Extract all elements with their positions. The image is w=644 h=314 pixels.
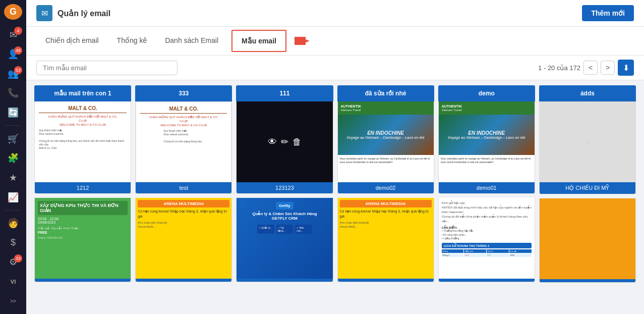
col3-header: 111 [236,85,333,101]
tab-template[interactable]: Mẫu email [231,30,286,52]
template-preview-white-doc: Kính gửi Đội ngũ,ANTIDX đã đưa lòng trìn… [439,198,535,279]
tab-campaign[interactable]: Chiến dịch email [36,30,108,51]
sidebar-item-email[interactable]: ✉ 4 [3,26,23,43]
template-preview-yellow-plain [540,198,635,279]
template-preview-kpi: XÂY DỰNG KPIs THỰC THI VÀ ĐƠN GIẢN 20:00… [35,198,131,279]
sidebar-divider-2 [6,210,21,211]
template-card-kpi[interactable]: XÂY DỰNG KPIs THỰC THI VÀ ĐƠN GIẢN 20:00… [34,198,131,282]
ho-chieu-placeholder: ▪ [540,101,635,182]
page-title: Quản lý email [57,9,110,18]
card-name-arena2 [338,279,434,282]
card-overlay-123123: 👁 ✏ 🗑 [237,101,332,182]
template-card-white-doc[interactable]: Kính gửi Đội ngũ,ANTIDX đã đưa lòng trìn… [438,198,535,282]
card-name-yellow-plain [540,279,635,282]
pagination-next-button[interactable]: > [601,61,615,75]
sidebar-item-contacts[interactable]: 👥 53 [3,65,23,83]
sidebar-item-puzzle[interactable]: 🧩 [3,149,23,167]
sidebar-item-phone[interactable]: 📞 [3,84,23,102]
template-column-2: 333 MALT & CO. CHÀO MỪNG QUÝ KHÁCH ĐẾN V… [135,85,232,283]
sidebar-divider [6,125,21,126]
add-new-button[interactable]: Thêm mới [582,5,634,21]
sidebar-item-refresh[interactable]: 🔄 [3,104,23,122]
pagination-info: 1 - 20 của 172 [538,64,580,72]
main-content: ✉ Quản lý email Thêm mới Chiến dịch emai… [26,0,644,314]
chart-icon: 📈 [8,192,19,203]
chevron-left-icon: < [589,64,593,72]
template-grid-container: mẫu mail trên con 1 MALT & CO. CHÀO MỪNG… [26,80,644,314]
sidebar-item-users[interactable]: 👤 48 [3,45,23,63]
card-name-demo01: demo01 [439,182,535,193]
template-grid: mẫu mail trên con 1 MALT & CO. CHÀO MỪNG… [34,85,636,283]
malt-body: Quý khách thân mến,Dear valued customer,… [39,129,127,150]
malt-text: CHÀO MỪNG QUÝ KHÁCH ĐẾN VỚI MALT & CO.CL… [48,115,118,127]
template-column-6: ádds ▪ HỘ CHIẾU ĐI MỸ [539,85,636,283]
card-name-test: test [136,182,231,193]
sidebar-item-cart[interactable]: 🛒 [3,130,23,147]
download-button[interactable]: ⬇ [618,60,634,76]
search-input[interactable] [36,61,178,75]
person-icon: 🧑 [8,218,19,229]
template-preview-arena1: ARENA MULTIMEDIA Có hẹn cùng Arena! Nhập… [136,198,231,279]
malt-logo: MALT & CO. [39,106,127,113]
star-icon: ★ [9,172,17,183]
header-left: ✉ Quản lý email [36,5,110,21]
refresh-icon: 🔄 [8,107,19,118]
sidebar-item-settings[interactable]: ⚙ 33 [3,253,23,271]
vi-label: VI [11,279,16,285]
card-name-1212: 1212 [35,182,131,193]
delete-icon-2[interactable]: 🗑 [292,137,302,147]
template-preview-test: MALT & CO. CHÀO MỪNG QUÝ KHÁCH ĐẾN VỚI M… [136,101,231,182]
col2-header: 333 [135,85,232,101]
users-badge: 48 [14,46,22,55]
nav-tabs: Chiến dịch email Thống kê Danh sách Emai… [26,27,644,56]
sidebar-logo[interactable]: G [4,4,22,20]
pagination-prev-button[interactable]: < [583,61,598,75]
template-card-123123[interactable]: 👁 ✏ 🗑 123123 [236,101,333,194]
card-name-kpi [35,279,131,282]
sidebar-item-star[interactable]: ★ [3,169,23,187]
dollar-icon: $ [11,237,16,248]
puzzle-icon: 🧩 [8,152,19,164]
sidebar: G ✉ 4 👤 48 👥 53 📞 🔄 🛒 🧩 ★ 📈 🧑 $ ⚙ 33 VI [0,0,26,314]
template-card-yellow-plain[interactable] [539,198,636,283]
card-name-123123: 123123 [237,182,332,193]
card-name-demo02: demo02 [338,182,434,193]
col6-header: ádds [539,85,636,101]
template-preview-demo01: AUTHENTIKVietnam Travel EN INDOCHINE Voy… [439,101,535,182]
col1-header: mẫu mail trên con 1 [34,85,131,101]
template-column-3: 111 👁 ✏ 🗑 123123 [236,85,333,283]
card-name-arena1 [136,279,231,282]
edit-icon-2[interactable]: ✏ [281,136,288,147]
view-icon-2[interactable]: 👁 [268,137,277,147]
template-column-1: mẫu mail trên con 1 MALT & CO. CHÀO MỪNG… [34,85,131,283]
template-preview-123123: 👁 ✏ 🗑 [237,101,332,182]
template-card-getfly[interactable]: Getfly Quản lý & Chăm Sóc Khách HàngGETF… [236,198,333,282]
template-card-1212[interactable]: MALT & CO. CHÀO MỪNG QUÝ KHÁCH ĐẾN VỚI M… [34,101,131,194]
cart-icon: 🛒 [8,133,19,144]
template-card-arena2[interactable]: ARENA MULTIMEDIA Có hẹn cùng Arena! Nhập… [337,198,434,282]
tab-stats[interactable]: Thống kê [108,30,156,51]
template-column-4: đã sửa rồi nhé AUTHENTIKVietnam Travel E… [337,85,434,283]
sidebar-item-expand[interactable]: >> [3,292,23,310]
expand-icon: >> [10,298,16,304]
col4-header: đã sửa rồi nhé [337,85,434,101]
template-preview-1212: MALT & CO. CHÀO MỪNG QUÝ KHÁCH ĐẾN VỚI M… [35,101,131,182]
download-icon: ⬇ [623,63,629,73]
sidebar-item-vi[interactable]: VI [3,273,23,291]
template-card-ho-chieu[interactable]: ▪ HỘ CHIẾU ĐI MỸ [539,101,636,194]
template-card-test[interactable]: MALT & CO. CHÀO MỪNG QUÝ KHÁCH ĐẾN VỚI M… [135,101,232,194]
template-card-demo02[interactable]: AUTHENTIKVietnam Travel EN INDOCHINE Voy… [337,101,434,194]
card-name-getfly [237,279,332,282]
template-card-demo01[interactable]: AUTHENTIKVietnam Travel EN INDOCHINE Voy… [438,101,535,194]
settings-badge: 33 [14,254,22,263]
template-card-arena1[interactable]: ARENA MULTIMEDIA Có hẹn cùng Arena! Nhập… [135,198,232,282]
tab-list[interactable]: Danh sách Email [156,30,227,51]
sidebar-item-dollar[interactable]: $ [3,234,23,251]
template-preview-getfly: Getfly Quản lý & Chăm Sóc Khách HàngGETF… [237,198,332,279]
card-name-ho-chieu: HỘ CHIẾU ĐI MỸ [540,182,635,194]
sidebar-item-chart[interactable]: 📈 [3,188,23,206]
toolbar: 1 - 20 của 172 < > ⬇ [26,56,644,80]
header: ✉ Quản lý email Thêm mới [26,0,644,27]
tab-arrow-indicator [295,36,310,46]
sidebar-item-person[interactable]: 🧑 [3,215,23,232]
